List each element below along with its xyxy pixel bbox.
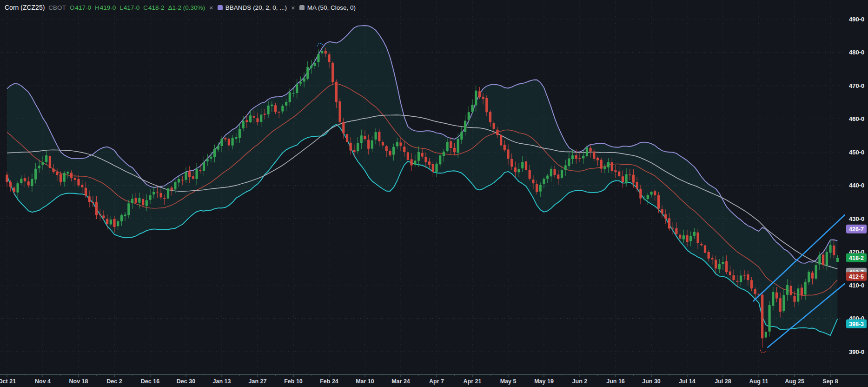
ma-swatch-icon — [299, 5, 305, 10]
down-candle — [590, 148, 592, 152]
down-candle — [493, 123, 495, 129]
down-candle — [6, 175, 8, 182]
up-candle — [772, 292, 774, 306]
down-candle — [9, 182, 12, 187]
down-candle — [629, 174, 631, 175]
down-candle — [686, 235, 688, 242]
down-candle — [102, 215, 105, 218]
date-tick-label: Dec 16 — [141, 378, 159, 385]
up-candle — [310, 66, 312, 68]
up-candle — [782, 295, 785, 311]
down-candle — [596, 158, 599, 160]
down-candle — [228, 139, 230, 146]
down-candle — [142, 199, 144, 206]
price-tick-label: 450-0 — [849, 149, 864, 156]
down-candle — [801, 287, 803, 295]
remove-bbands-icon[interactable]: × — [291, 4, 296, 11]
symbol-title[interactable]: Corn (ZCZ25) — [5, 4, 45, 11]
down-candle — [790, 286, 792, 295]
up-candle — [306, 67, 309, 79]
up-candle — [117, 221, 119, 226]
up-candle — [314, 63, 316, 66]
date-tick-label: Mar 24 — [391, 378, 410, 385]
down-candle — [328, 54, 330, 62]
exchange-label: CBOT — [48, 4, 66, 11]
up-candle — [20, 179, 22, 183]
down-candle — [636, 182, 638, 189]
down-candle — [775, 293, 778, 299]
up-candle — [196, 169, 198, 179]
down-candle — [135, 198, 137, 202]
up-candle — [586, 147, 588, 156]
down-candle — [325, 51, 327, 53]
date-tick-label: Jul 14 — [679, 378, 695, 385]
indicator-ma[interactable]: MA (50, Close, 0) — [299, 4, 356, 11]
up-candle — [178, 179, 180, 183]
down-candle — [74, 178, 76, 180]
down-candle — [399, 142, 402, 146]
up-candle — [321, 51, 323, 53]
down-candle — [507, 150, 509, 159]
up-candle — [66, 172, 69, 173]
down-candle — [725, 261, 728, 273]
down-candle — [160, 193, 162, 198]
quote-close: C418-2 — [143, 4, 164, 11]
up-candle — [303, 79, 305, 82]
up-candle — [285, 102, 287, 106]
up-candle — [647, 195, 649, 199]
up-candle — [603, 167, 606, 169]
up-candle — [260, 114, 262, 122]
change-label: Δ1-2 (0.30%) — [168, 4, 205, 11]
down-candle — [632, 175, 635, 183]
down-candle — [708, 252, 710, 259]
down-candle — [536, 184, 538, 192]
down-candle — [24, 178, 26, 182]
up-candle — [446, 142, 449, 151]
date-tick-label: Apr 21 — [464, 378, 482, 385]
down-candle — [264, 114, 266, 115]
date-tick-label: Apr 7 — [429, 378, 444, 385]
down-candle — [81, 185, 83, 187]
down-candle — [697, 233, 699, 243]
up-candle — [765, 332, 767, 338]
up-candle — [815, 265, 817, 279]
down-candle — [611, 162, 613, 171]
date-tick-label: Jun 30 — [642, 378, 661, 385]
down-candle — [181, 180, 184, 180]
up-candle — [808, 272, 810, 282]
down-candle — [661, 209, 663, 214]
down-candle — [672, 228, 674, 229]
up-candle — [718, 264, 721, 269]
down-candle — [489, 112, 491, 122]
up-candle — [829, 245, 831, 253]
down-candle — [514, 167, 517, 172]
down-candle — [736, 281, 738, 282]
down-candle — [60, 174, 62, 182]
down-candle — [675, 228, 677, 234]
up-candle — [41, 162, 44, 165]
down-candle — [593, 152, 595, 159]
price-badge-last-price: 418-2 — [846, 254, 867, 262]
down-candle — [679, 234, 681, 239]
down-candle — [478, 91, 481, 97]
down-candle — [754, 289, 756, 294]
up-candle — [299, 82, 302, 84]
indicator-bbands[interactable]: BBANDS (20, 2, 0, ...) — [218, 4, 287, 11]
up-candle — [235, 137, 237, 139]
down-candle — [274, 105, 277, 112]
price-tick-label: 480-0 — [849, 49, 864, 56]
down-candle — [761, 295, 763, 339]
down-candle — [668, 218, 670, 228]
chart-canvas[interactable]: 490-0480-0470-0460-0450-0440-0430-0420-0… — [0, 0, 868, 387]
up-candle — [836, 258, 839, 262]
up-candle — [232, 138, 234, 145]
down-candle — [733, 275, 735, 280]
price-badge-bb-lower-value: 398-3 — [846, 320, 867, 328]
remove-symbol-icon[interactable]: × — [209, 4, 214, 11]
up-candle — [625, 174, 628, 183]
up-candle — [138, 198, 140, 203]
down-candle — [224, 138, 226, 139]
price-tick-label: 390-0 — [849, 348, 864, 355]
ma-label: MA (50, Close, 0) — [307, 4, 356, 11]
price-tick-label: 470-0 — [849, 82, 864, 89]
